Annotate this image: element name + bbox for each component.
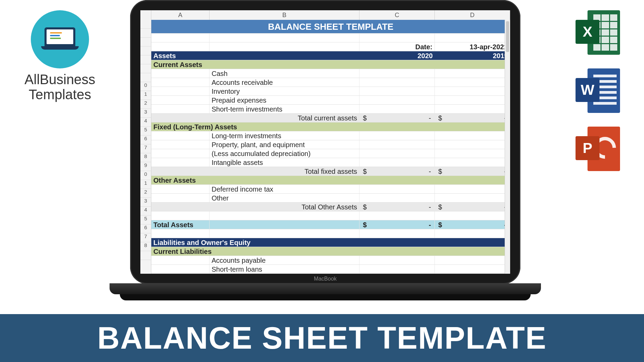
laptop-brand-label: MacBook — [130, 276, 520, 282]
cell[interactable]: Short-term loans — [210, 265, 359, 273]
item-row: Cash — [151, 69, 510, 78]
cell[interactable]: Property, plant, and equipment — [210, 140, 359, 149]
blank-row — [151, 211, 510, 220]
laptop-mockup: A B C D 0123456789012345678 BALANCE SHEE… — [130, 0, 520, 315]
date-label: Date: — [359, 42, 435, 51]
amount-cell[interactable]: $- — [359, 220, 435, 229]
column-headers-row: A B C D — [140, 10, 510, 20]
brand-name: AllBusiness Templates — [17, 72, 103, 102]
spreadsheet: A B C D 0123456789012345678 BALANCE SHEE… — [140, 10, 510, 274]
blank-row — [151, 34, 510, 42]
item-row: Long-term investments — [151, 131, 510, 140]
amount-cell[interactable]: $- — [435, 114, 510, 122]
amount-cell[interactable]: $- — [435, 203, 510, 211]
laptop-icon — [41, 27, 79, 51]
item-row: (Less accumulated depreciation) — [151, 149, 510, 158]
title-row: BALANCE SHEET TEMPLATE — [151, 20, 510, 34]
brand-line1: AllBusiness — [17, 72, 103, 87]
banner-text: BALANCE SHEET TEMPLATE — [97, 321, 546, 355]
amount-cell[interactable]: $- — [359, 167, 435, 176]
cell[interactable]: Long-term investments — [210, 131, 359, 140]
total-current-label: Total current assets — [210, 114, 359, 122]
cell[interactable]: Inventory — [210, 87, 359, 95]
select-all-corner[interactable] — [140, 10, 151, 20]
assets-header-row: Assets 2020 2019 — [151, 51, 510, 60]
cell[interactable]: Accounts payable — [210, 256, 359, 264]
word-letter: W — [576, 78, 599, 102]
col-header-d[interactable]: D — [435, 10, 510, 20]
cell[interactable]: Cash — [210, 69, 359, 78]
assets-label: Assets — [151, 51, 210, 60]
item-row: Accounts payable — [151, 256, 510, 265]
year-2020: 2020 — [359, 51, 435, 60]
bottom-banner: BALANCE SHEET TEMPLATE — [0, 314, 644, 362]
brand-logo-icon — [31, 10, 89, 68]
col-header-a[interactable]: A — [151, 10, 210, 20]
total-fixed-row: Total fixed assets $- $- — [151, 167, 510, 176]
brand-block: AllBusiness Templates — [17, 10, 103, 102]
item-row: Other — [151, 194, 510, 203]
spreadsheet-screen: A B C D 0123456789012345678 BALANCE SHEE… — [140, 10, 510, 274]
cell[interactable]: Other — [210, 194, 359, 202]
excel-icon: X — [576, 10, 620, 55]
total-current-row: Total current assets $- $- — [151, 114, 510, 122]
current-assets-header: Current Assets — [151, 60, 510, 69]
cell[interactable]: (Less accumulated depreciation) — [210, 149, 359, 158]
date-value: 13-apr-2021 — [435, 42, 510, 51]
cell[interactable]: Intangible assets — [210, 158, 359, 167]
item-row: Accounts receivable — [151, 78, 510, 87]
item-row: Short-term loans — [151, 265, 510, 274]
excel-letter: X — [576, 20, 599, 44]
item-row: Inventory — [151, 87, 510, 96]
amount-cell[interactable]: $- — [435, 220, 510, 229]
fixed-assets-label: Fixed (Long-Term) Assets — [151, 122, 510, 131]
date-row: Date: 13-apr-2021 — [151, 42, 510, 51]
cells-area[interactable]: BALANCE SHEET TEMPLATE Date: 13-apr-2021… — [151, 20, 510, 274]
fixed-assets-header: Fixed (Long-Term) Assets — [151, 122, 510, 131]
current-liabilities-label: Current Liabilities — [151, 247, 510, 256]
word-icon: W — [576, 68, 620, 113]
liabilities-header-row: Liabilities and Owner's Equity — [151, 238, 510, 247]
other-assets-header: Other Assets — [151, 176, 510, 185]
item-row: Deferred income tax — [151, 185, 510, 194]
current-liabilities-header: Current Liabilities — [151, 247, 510, 256]
year-2019: 2019 — [435, 51, 510, 60]
cell[interactable]: Short-term investments — [210, 105, 359, 113]
amount-cell[interactable]: $- — [359, 203, 435, 211]
col-header-b[interactable]: B — [210, 10, 359, 20]
powerpoint-icon: P — [576, 127, 620, 171]
total-fixed-label: Total fixed assets — [210, 167, 359, 176]
item-row: Property, plant, and equipment — [151, 140, 510, 149]
ppt-letter: P — [576, 136, 599, 160]
current-assets-label: Current Assets — [151, 60, 510, 69]
item-row: Prepaid expenses — [151, 96, 510, 105]
liabilities-label: Liabilities and Owner's Equity — [151, 238, 510, 247]
cell[interactable]: Prepaid expenses — [210, 96, 359, 104]
amount-cell[interactable]: $- — [359, 114, 435, 122]
brand-line2: Templates — [17, 87, 103, 102]
laptop-base — [110, 283, 541, 294]
total-assets-label: Total Assets — [151, 220, 210, 229]
amount-cell[interactable]: $- — [435, 167, 510, 176]
row-headers[interactable]: 0123456789012345678 — [140, 20, 151, 274]
file-type-icons: X W P — [576, 10, 623, 171]
vertical-scrollbar[interactable] — [505, 20, 510, 274]
cell[interactable]: Accounts receivable — [210, 78, 359, 87]
cell[interactable]: Deferred income tax — [210, 185, 359, 193]
total-other-row: Total Other Assets $- $- — [151, 203, 510, 211]
col-header-c[interactable]: C — [359, 10, 435, 20]
laptop-foot — [120, 294, 531, 300]
item-row: Short-term investments — [151, 105, 510, 114]
item-row: Intangible assets — [151, 158, 510, 167]
laptop-frame: A B C D 0123456789012345678 BALANCE SHEE… — [130, 0, 520, 284]
other-assets-label: Other Assets — [151, 176, 510, 184]
total-other-label: Total Other Assets — [210, 203, 359, 211]
sheet-title: BALANCE SHEET TEMPLATE — [151, 20, 510, 33]
total-assets-row: Total Assets $- $- — [151, 220, 510, 229]
blank-row — [151, 229, 510, 238]
